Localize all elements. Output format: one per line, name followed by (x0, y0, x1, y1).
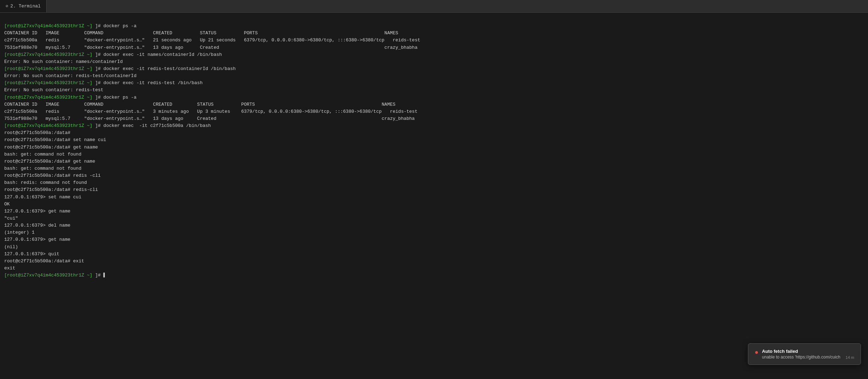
terminal-icon: ⊘ (6, 4, 8, 9)
notification-title: Auto fetch failed (762, 349, 842, 354)
inner-cmd-2: root@c2f71c5b500a:/data# get naame (4, 145, 98, 150)
prompt-5: [root@iZ7xv7q4im4c453923thr1Z ~] (4, 95, 93, 100)
tab-label: 2. Terminal (10, 4, 41, 9)
inner-cmd-3: root@c2f71c5b500a:/data# get name (4, 159, 95, 164)
redis-cmd-3: 127.0.0.1:6379> del name (4, 223, 70, 228)
redis-result-1: "cui" (4, 216, 18, 221)
header-1: CONTAINER ID IMAGE COMMAND CREATED STATU… (4, 30, 398, 36)
tab-bar: ⊘ 2. Terminal (0, 0, 868, 13)
error-5: bash: get: command not found (4, 166, 81, 171)
prompt-1: [root@iZ7xv7q4im4c453923thr1Z ~] (4, 23, 93, 29)
cmd-3: ]# docker exec -it redis-test/containerI… (93, 66, 236, 71)
error-6: bash: redis: command not found (4, 180, 87, 185)
error-icon: ● (755, 349, 759, 356)
prompt-4: [root@iZ7xv7q4im4c453923thr1Z ~] (4, 80, 93, 86)
row-1a: c2f71c5b500a redis "docker-entrypoint.s…… (4, 37, 420, 43)
inner-cmd-6: root@c2f71c5b500a:/data# exit (4, 258, 84, 264)
row-2b: 7531ef988e70 mysql:5.7 "docker-entrypoin… (4, 116, 415, 121)
row-1b: 7531ef988e70 mysql:5.7 "docker-entrypoin… (4, 45, 417, 50)
cmd-5: ]# docker ps -a (93, 95, 137, 100)
inner-cmd-4: root@c2f71c5b500a:/data# redis -cli (4, 173, 101, 178)
prompt-3: [root@iZ7xv7q4im4c453923thr1Z ~] (4, 66, 93, 71)
redis-cmd-1: 127.0.0.1:6379> set name cui (4, 194, 81, 200)
terminal-body: [root@iZ7xv7q4im4c453923thr1Z ~] ]# dock… (0, 13, 868, 282)
notification-popup: ● Auto fetch failed unable to access 'ht… (748, 343, 861, 365)
inner-cmd-5: root@c2f71c5b500a:/data# redis-cli (4, 187, 98, 192)
error-4: bash: get: command not found (4, 152, 81, 157)
inner-cmd-1: root@c2f71c5b500a:/data# set name cui (4, 137, 106, 142)
redis-cmd-2: 127.0.0.1:6379> get name (4, 209, 70, 214)
cmd-6: ]# docker exec -it c2f71c5b500a /bin/bas… (93, 123, 211, 128)
error-3: Error: No such container: redis-test (4, 87, 103, 93)
error-2: Error: No such container: redis-test/con… (4, 73, 136, 78)
redis-result-2: (integer) 1 (4, 230, 35, 235)
cmd-4: ]# docker exec -it redis-test /bin/bash (93, 80, 203, 86)
cmd-1: ]# docker ps -a (93, 23, 137, 29)
prompt-6: [root@iZ7xv7q4im4c453923thr1Z ~] (4, 123, 93, 128)
cmd-2: ]# docker exec -it names/containerId /bi… (93, 52, 222, 57)
prompt-2: [root@iZ7xv7q4im4c453923thr1Z ~] (4, 52, 93, 57)
cmd-final: ]# ▌ (93, 273, 106, 278)
prompt-final: [root@iZ7xv7q4im4c453923thr1Z ~] (4, 273, 93, 278)
redis-result-3: (nil) (4, 244, 18, 250)
exit-line: exit (4, 266, 15, 271)
tab-terminal[interactable]: ⊘ 2. Terminal (0, 0, 47, 12)
error-1: Error: No such container: names/containe… (4, 59, 123, 64)
redis-cmd-4: 127.0.0.1:6379> get name (4, 237, 70, 242)
inner-prompt-1: root@c2f71c5b500a:/data# (4, 130, 70, 135)
notification-time: 14 m (846, 355, 854, 360)
row-2a: c2f71c5b500a redis "docker-entrypoint.s…… (4, 109, 417, 114)
notification-body: unable to access 'https://github.com/cui… (762, 355, 842, 360)
notification-content: Auto fetch failed unable to access 'http… (762, 349, 842, 360)
header-2: CONTAINER ID IMAGE COMMAND CREATED STATU… (4, 102, 396, 107)
redis-ok-1: OK (4, 202, 10, 207)
redis-cmd-5: 127.0.0.1:6379> quit (4, 251, 59, 257)
